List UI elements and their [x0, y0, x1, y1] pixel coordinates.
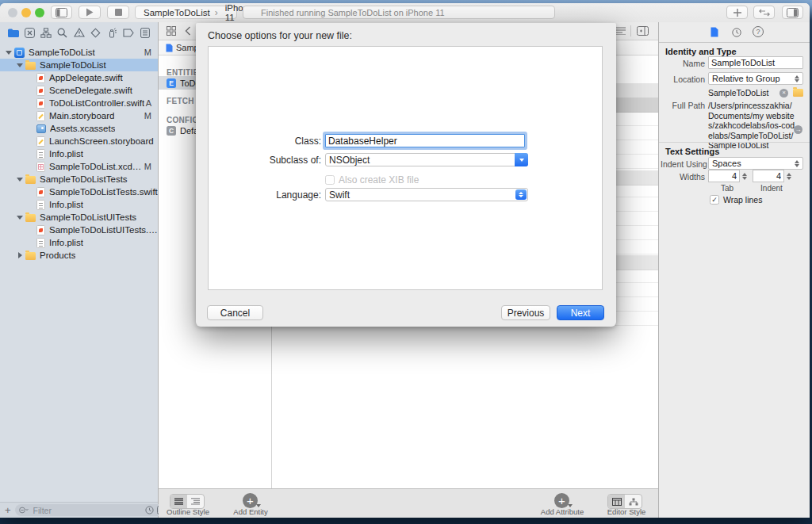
disclosure-spacer	[27, 99, 35, 107]
inspector-tab-bar: ?	[659, 22, 810, 43]
file-inspector-icon[interactable]	[710, 27, 718, 37]
panel-toggle-icon	[787, 8, 799, 17]
project-navigator-icon[interactable]	[7, 27, 19, 39]
tree-item-sampletodolist-xcdatamo-[interactable]: SampleToDoList.xcdatamo...M	[0, 160, 158, 173]
history-inspector-icon[interactable]	[732, 28, 741, 37]
zoom-button[interactable]	[35, 8, 44, 17]
xcode-window: SampleToDoList › iPhone 11 Finished runn…	[0, 3, 810, 518]
tree-item-appdelegate-swift[interactable]: AppDelegate.swift	[0, 71, 158, 84]
disclosure-down-icon[interactable]	[16, 61, 24, 69]
storyboard-icon	[36, 111, 45, 121]
tree-item-assets-xcassets[interactable]: Assets.xcassets	[0, 122, 158, 135]
tree-item-label: SampleToDoList.xcdatamo...	[49, 162, 144, 171]
filter-input[interactable]	[32, 505, 142, 516]
tree-item-label: Info.plist	[49, 149, 83, 159]
breakpoint-navigator-icon[interactable]	[122, 27, 134, 39]
run-button[interactable]	[79, 6, 101, 19]
editor-bottom-bar: Outline Style + Add Entity + Add Attribu…	[159, 488, 658, 518]
disclosure-down-icon[interactable]	[16, 175, 24, 183]
debug-navigator-icon[interactable]	[106, 27, 118, 39]
class-input[interactable]	[325, 134, 525, 147]
language-popup[interactable]: Swift	[325, 188, 528, 201]
add-editor-icon[interactable]	[637, 26, 649, 36]
name-input[interactable]	[708, 56, 803, 69]
subclass-combobox[interactable]: NSObject	[325, 153, 528, 166]
disclosure-spacer	[27, 163, 35, 170]
tree-item-todolistcontroller-swift[interactable]: ToDoListController.swiftA	[0, 97, 158, 109]
tree-item-sampletodolisttests[interactable]: SampleToDoListTests	[0, 173, 158, 186]
stop-button[interactable]	[107, 6, 129, 19]
tab-overview-icon[interactable]	[167, 26, 176, 36]
graph-editor-icon[interactable]	[625, 495, 642, 508]
tree-item-info-plist[interactable]: Info.plist	[0, 236, 158, 249]
group-row: SampleToDoList ×	[708, 88, 803, 98]
subclass-value: NSObject	[329, 155, 370, 166]
disclosure-down-icon[interactable]	[5, 48, 13, 56]
tree-item-sampletodolistuitests-swift[interactable]: SampleToDoListUITests.swift	[0, 224, 158, 236]
location-popup[interactable]: Relative to Group	[708, 72, 803, 85]
tab-width-field[interactable]	[708, 170, 740, 182]
tree-item-info-plist[interactable]: Info.plist	[0, 198, 158, 211]
disclosure-right-icon[interactable]	[16, 251, 24, 259]
navigator-toggle-button[interactable]	[51, 6, 72, 19]
project-icon	[14, 48, 25, 58]
tab-width-stepper[interactable]	[741, 170, 748, 182]
add-attribute-button[interactable]: +	[554, 493, 569, 508]
cancel-button[interactable]: Cancel	[207, 305, 263, 320]
datamodel-icon	[36, 162, 45, 172]
recents-clock-icon[interactable]	[145, 506, 154, 514]
reveal-path-arrow-icon[interactable]: →	[794, 125, 802, 134]
tree-item-sampletodolisttests-swift[interactable]: SampleToDoListTests.swift	[0, 186, 158, 198]
scheme-selector[interactable]: SampleToDoList › iPhone 11	[135, 6, 237, 19]
choose-folder-icon[interactable]	[793, 89, 803, 97]
tree-item-scenedelegate-swift[interactable]: SceneDelegate.swift	[0, 84, 158, 97]
wrap-lines-row[interactable]: ✓ Wrap lines	[710, 195, 762, 205]
find-navigator-icon[interactable]	[56, 27, 68, 39]
indent-width-stepper[interactable]	[785, 170, 792, 182]
tree-item-sampletodolist[interactable]: SampleToDoListM	[0, 46, 158, 59]
close-button[interactable]	[8, 8, 17, 17]
issue-navigator-icon[interactable]	[73, 27, 85, 39]
related-items-icon[interactable]	[615, 27, 626, 35]
symbol-navigator-icon[interactable]	[40, 27, 52, 39]
disclosure-down-icon[interactable]	[16, 213, 24, 221]
add-entity-button[interactable]: +	[243, 493, 258, 508]
source-control-icon[interactable]	[24, 27, 36, 39]
tree-item-info-plist[interactable]: Info.plist	[0, 147, 158, 160]
indent-using-popup[interactable]: Spaces	[708, 157, 803, 170]
minimize-button[interactable]	[21, 8, 31, 17]
class-label: Class:	[208, 136, 325, 147]
stop-icon	[115, 9, 122, 16]
table-editor-icon[interactable]	[608, 495, 625, 508]
popup-chevrons-icon	[795, 75, 799, 82]
inspector-toggle-button[interactable]	[782, 6, 803, 19]
indent-width-field[interactable]	[753, 170, 784, 182]
previous-button[interactable]: Previous	[501, 305, 550, 320]
scheme-chevron-icon: ›	[215, 7, 218, 18]
outline-indent-icon[interactable]	[187, 495, 204, 508]
tree-item-launchscreen-storyboard[interactable]: LaunchScreen.storyboard	[0, 135, 158, 147]
remove-location-icon[interactable]: ×	[779, 89, 788, 98]
tree-item-sampletodolist[interactable]: SampleToDoList	[0, 59, 158, 71]
indent-using-label: Indent Using	[661, 159, 705, 169]
wrap-lines-checkbox[interactable]: ✓	[710, 195, 719, 205]
test-navigator-icon[interactable]	[90, 27, 102, 39]
xib-checkbox[interactable]	[325, 175, 335, 185]
back-icon[interactable]	[185, 26, 191, 36]
editor-mode-button[interactable]	[753, 6, 775, 19]
popup-stepper-icon[interactable]	[515, 189, 527, 200]
tree-item-products[interactable]: Products	[0, 249, 158, 262]
add-file-icon[interactable]: +	[5, 505, 11, 515]
combo-dropdown-icon[interactable]	[515, 153, 528, 166]
help-inspector-icon[interactable]: ?	[753, 26, 764, 37]
tree-item-main-storyboard[interactable]: Main.storyboardM	[0, 109, 158, 122]
tree-item-label: LaunchScreen.storyboard	[49, 136, 154, 146]
report-navigator-icon[interactable]	[139, 27, 151, 39]
file-status-badge: M	[144, 162, 158, 171]
outline-list-icon[interactable]	[170, 495, 187, 508]
filter-field[interactable]	[15, 504, 171, 516]
plist-icon	[36, 238, 45, 248]
tree-item-sampletodolistuitests[interactable]: SampleToDoListUITests	[0, 211, 158, 224]
next-button[interactable]: Next	[557, 305, 604, 320]
library-add-button[interactable]	[726, 6, 748, 19]
